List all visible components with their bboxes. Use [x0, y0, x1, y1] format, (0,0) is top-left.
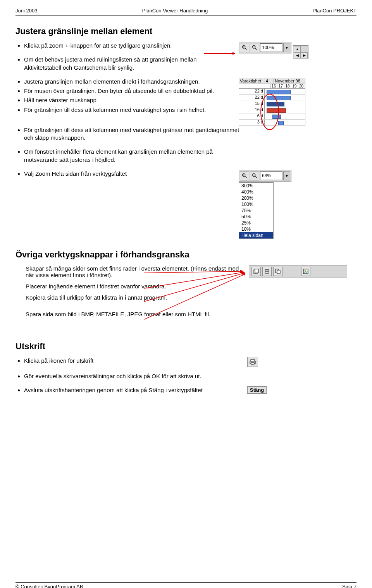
bullet-list-1: Klicka på zoom +-knappen för att se tydl…	[16, 42, 232, 50]
bullet: Justera gränslinjen mellan elementen dir…	[24, 78, 232, 86]
multi-page-icon	[253, 269, 259, 274]
svg-point-21	[305, 270, 306, 271]
svg-rect-19	[277, 270, 280, 274]
zoom-in-icon	[242, 173, 247, 178]
bullet: Om det behövs justera med rullningsliste…	[24, 56, 232, 72]
bullet: Om fönstret innehåller flera element kan…	[24, 148, 241, 164]
gantt-duration: 3 d	[239, 120, 265, 125]
zoom-out-button[interactable]	[250, 171, 259, 180]
bullet: För musen över gränslinjen. Den byter då…	[24, 87, 232, 95]
zoom-option[interactable]: 400%	[239, 189, 273, 195]
zoom-out-button[interactable]	[250, 43, 259, 52]
page-footer: © Consultec ByggProgram AB Sida 7	[16, 582, 356, 588]
zoom-in-icon	[242, 45, 247, 50]
zoom-dropdown-list: 800% 400% 200% 100% 75% 50% 25% 10% Hela…	[239, 182, 274, 239]
svg-line-8	[245, 176, 246, 178]
bullet-list-6: Välj Zoom Hela sidan från verktygsfältet	[16, 170, 232, 178]
svg-rect-15	[255, 269, 258, 273]
zoom-toolbar-2: 63% ▾	[239, 170, 291, 182]
zoom-in-button[interactable]	[240, 43, 249, 52]
gantt-col-qty: 4	[265, 78, 274, 84]
paragraph: Skapar så många sidor som det finns rade…	[26, 265, 243, 278]
bullet-list-4: För gränslinjen till dess att kolumnen m…	[16, 126, 241, 142]
paragraph: Spara sida som bild i BMP, METAFILE, JPE…	[26, 311, 243, 317]
section2-title: Övriga verktygsknappar i förhandsgranska	[16, 250, 356, 260]
printer-icon	[250, 359, 256, 365]
bullet: Välj Zoom Hela sidan från verktygsfältet	[24, 170, 232, 178]
bullet: Avsluta utskriftshanteringen genom att k…	[24, 386, 241, 394]
gantt-col-activity: Varaktighet	[239, 78, 265, 84]
zoom-out-icon	[252, 173, 257, 178]
zoom-option[interactable]: 200%	[239, 195, 273, 201]
section3-title: Utskrift	[16, 341, 356, 351]
close-button-label: Stäng	[250, 387, 264, 393]
gantt-day: 18	[284, 84, 291, 88]
header-left: Juni 2003	[16, 8, 37, 14]
svg-line-12	[255, 176, 257, 178]
zoom-value[interactable]: 63%	[260, 171, 282, 180]
copy-clipboard-button[interactable]	[273, 267, 282, 276]
gantt-duration: 22 d	[239, 95, 265, 101]
stack-icon	[264, 269, 270, 274]
multi-page-button[interactable]	[251, 267, 261, 276]
zoom-toolbar: 100% ▾	[239, 42, 291, 53]
stack-elements-button[interactable]	[262, 267, 272, 276]
scroll-left-button[interactable]: ◀	[294, 52, 301, 58]
zoom-option[interactable]: 100%	[239, 201, 273, 207]
paragraph: Placerar ingående element i fönstret ova…	[26, 283, 243, 290]
zoom-in-button[interactable]	[240, 171, 249, 180]
copy-icon	[275, 269, 281, 274]
close-button[interactable]: Stäng	[247, 386, 267, 394]
bullet-list-8: Gör eventuella skrivareinställningar och…	[16, 372, 276, 380]
zoom-value[interactable]: 100%	[260, 43, 282, 52]
bullet-list-9: Avsluta utskriftshanteringen genom att k…	[16, 386, 241, 396]
gantt-duration: 22 d	[239, 89, 265, 94]
scroll-right-button[interactable]: ▶	[301, 52, 308, 58]
page-header: Juni 2003 PlanCon Viewer Handledning Pla…	[16, 8, 356, 15]
zoom-option[interactable]: 25%	[239, 220, 273, 226]
zoom-option[interactable]: 800%	[239, 183, 273, 189]
zoom-out-icon	[252, 45, 257, 50]
bullet-list-7: Klicka på ikonen för utskrift	[16, 357, 241, 366]
gantt-day-row: 16 17 18 19 20	[239, 84, 305, 89]
footer-left: © Consultec ByggProgram AB	[16, 584, 83, 588]
svg-rect-26	[251, 360, 255, 361]
gantt-day: 17	[277, 84, 284, 88]
bullet: För gränslinjen till dess att kolumnen m…	[24, 126, 241, 142]
bullet: Klicka på zoom +-knappen för att se tydl…	[24, 42, 232, 50]
svg-rect-17	[265, 272, 269, 273]
gantt-preview: Varaktighet 4 November 98 16 17 18 19 20…	[239, 78, 305, 126]
bullet-list-5: Om fönstret innehåller flera element kan…	[16, 148, 241, 164]
svg-rect-28	[251, 363, 254, 364]
zoom-dropdown-button[interactable]: ▾	[283, 171, 290, 180]
gantt-duration: 15 d	[239, 101, 265, 107]
gantt-month: November 98	[274, 78, 305, 84]
zoom-option[interactable]: 50%	[239, 214, 273, 220]
bullet: Gör eventuella skrivareinställningar och…	[24, 372, 276, 380]
gantt-duration: 6 d	[239, 113, 265, 119]
gantt-duration: 16 d	[239, 107, 265, 113]
svg-line-5	[255, 48, 257, 50]
paragraph: Kopiera sida till urklipp för att klistr…	[26, 294, 243, 301]
print-button[interactable]	[247, 357, 258, 367]
preview-toolbar	[249, 265, 347, 278]
zoom-dropdown-button[interactable]: ▾	[283, 43, 290, 52]
bullet: Klicka på ikonen för utskrift	[24, 357, 241, 365]
bullet-list-3: Justera gränslinjen mellan elementen dir…	[16, 78, 232, 114]
bullet-list-2: Om det behövs justera med rullningsliste…	[16, 56, 232, 72]
scroll-up-button[interactable]: ▲	[294, 46, 301, 52]
scroll-control: ▲ ◀ ▶	[293, 45, 308, 59]
footer-right: Sida 7	[342, 584, 356, 588]
header-center: PlanCon Viewer Handledning	[142, 8, 208, 14]
zoom-option-selected[interactable]: Hela sidan	[239, 232, 273, 238]
gantt-day: 19	[291, 84, 298, 88]
zoom-option[interactable]: 75%	[239, 207, 273, 214]
bullet: För gränslinjen till dess att kolumnen m…	[24, 106, 232, 114]
gantt-day: 20	[298, 84, 305, 88]
zoom-option[interactable]: 10%	[239, 226, 273, 232]
svg-rect-16	[265, 269, 269, 271]
section1-title: Justera gränslinje mellan element	[16, 26, 356, 36]
save-image-icon	[303, 269, 308, 274]
header-right: PlanCon PROJEKT	[313, 8, 356, 14]
save-image-button[interactable]	[301, 267, 310, 276]
